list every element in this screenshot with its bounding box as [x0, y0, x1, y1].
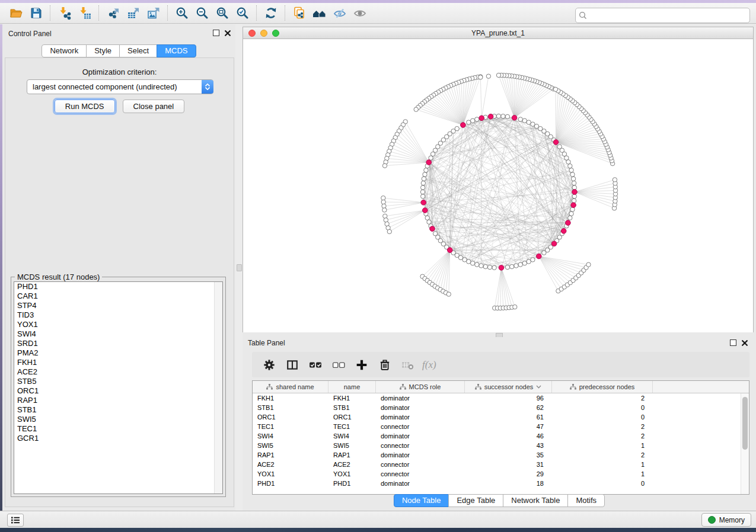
cell-mcds-role[interactable]: connector — [376, 469, 465, 479]
first-neighbors-button[interactable] — [310, 4, 330, 22]
close-panel-button[interactable]: Close panel — [123, 100, 185, 113]
deselect-all-button[interactable] — [330, 356, 347, 374]
close-panel-icon[interactable] — [742, 340, 748, 346]
cell-mcds-role[interactable]: dominator — [376, 412, 465, 422]
table-row[interactable]: ORC1ORC1dominator610 — [253, 412, 749, 422]
float-panel-icon[interactable] — [730, 339, 736, 346]
cell-predecessor-nodes[interactable]: 1 — [552, 469, 653, 479]
cell-successor-nodes[interactable]: 61 — [465, 412, 552, 422]
show-columns-button[interactable] — [283, 356, 301, 374]
mcds-result-item[interactable]: RAP1 — [14, 396, 222, 405]
table-row[interactable]: SWI5SWI5connector431 — [253, 441, 749, 450]
function-builder-icon[interactable]: f(x) — [422, 359, 436, 371]
column-header-predecessor-nodes[interactable]: predecessor nodes — [552, 381, 653, 393]
cell-name[interactable]: STB1 — [328, 403, 376, 412]
mcds-result-item[interactable]: FKH1 — [14, 358, 222, 367]
optimization-criterion-select[interactable]: largest connected component (undirected) — [27, 79, 213, 94]
mcds-result-item[interactable]: ORC1 — [14, 386, 222, 396]
cell-mcds-role[interactable]: dominator — [376, 403, 465, 412]
import-network-button[interactable] — [55, 4, 75, 22]
table-row[interactable]: SWI4SWI4dominator462 — [253, 431, 749, 441]
cell-successor-nodes[interactable]: 47 — [465, 422, 552, 431]
close-panel-icon[interactable] — [225, 30, 231, 36]
column-header-name[interactable]: name — [328, 381, 376, 393]
table-settings-button[interactable] — [260, 356, 278, 374]
tab-network-table[interactable]: Network Table — [503, 494, 568, 507]
table-row[interactable]: YOX1YOX1connector291 — [253, 469, 749, 479]
cell-shared-name[interactable]: STB1 — [253, 403, 328, 412]
cell-successor-nodes[interactable]: 31 — [465, 460, 552, 469]
cell-shared-name[interactable]: SWI4 — [253, 431, 328, 441]
import-table-button[interactable] — [75, 4, 95, 22]
mcds-result-item[interactable]: SRD1 — [14, 339, 222, 348]
cell-shared-name[interactable]: YOX1 — [253, 469, 328, 479]
table-row[interactable]: FKH1FKH1dominator962 — [253, 393, 749, 403]
cell-successor-nodes[interactable]: 96 — [465, 393, 552, 403]
table-scrollbar[interactable] — [741, 393, 749, 494]
tab-edge-table[interactable]: Edge Table — [448, 494, 503, 507]
cell-predecessor-nodes[interactable]: 2 — [552, 422, 653, 431]
cell-name[interactable]: ACE2 — [328, 460, 376, 469]
delete-column-button[interactable] — [376, 356, 394, 374]
add-column-button[interactable] — [353, 356, 371, 374]
network-window-titlebar[interactable]: YPA_prune.txt_1 — [243, 27, 753, 39]
tab-select[interactable]: Select — [119, 44, 157, 57]
mcds-result-item[interactable]: PMA2 — [14, 348, 222, 358]
new-network-from-selection-button[interactable] — [289, 4, 310, 22]
delete-table-button[interactable] — [399, 356, 417, 374]
column-header-successor-nodes[interactable]: successor nodes — [465, 381, 552, 393]
mcds-result-item[interactable]: CAR1 — [14, 291, 222, 301]
cell-successor-nodes[interactable]: 46 — [465, 431, 552, 441]
cell-name[interactable]: FKH1 — [328, 393, 376, 403]
table-row[interactable]: STB1STB1dominator620 — [253, 403, 749, 412]
cell-mcds-role[interactable]: connector — [376, 460, 465, 469]
column-header-mcds-role[interactable]: MCDS role — [376, 381, 465, 393]
cell-name[interactable]: SWI5 — [328, 441, 376, 450]
tab-node-table[interactable]: Node Table — [394, 494, 449, 507]
splitter-handle[interactable] — [237, 264, 242, 271]
cell-successor-nodes[interactable]: 18 — [465, 479, 552, 488]
cell-name[interactable]: ORC1 — [328, 412, 376, 422]
cell-successor-nodes[interactable]: 43 — [465, 441, 552, 450]
select-all-button[interactable] — [307, 356, 324, 374]
network-canvas[interactable] — [243, 39, 753, 334]
table-row[interactable]: ACE2ACE2connector311 — [253, 460, 749, 469]
export-image-button[interactable] — [143, 4, 164, 22]
memory-button[interactable]: Memory — [701, 513, 751, 527]
column-header-shared-name[interactable]: shared name — [253, 381, 328, 393]
cell-shared-name[interactable]: RAP1 — [253, 450, 328, 460]
show-all-button[interactable] — [350, 4, 370, 22]
zoom-selected-button[interactable] — [232, 4, 253, 22]
search-input[interactable] — [590, 9, 749, 21]
zoom-fit-button[interactable] — [212, 4, 232, 22]
cell-mcds-role[interactable]: connector — [376, 441, 465, 450]
mcds-result-item[interactable]: GCR1 — [14, 434, 222, 443]
mcds-result-item[interactable]: TEC1 — [14, 424, 222, 434]
cell-predecessor-nodes[interactable]: 0 — [552, 412, 653, 422]
cell-shared-name[interactable]: PHD1 — [253, 479, 328, 488]
mcds-result-item[interactable]: STP4 — [14, 301, 222, 310]
horizontal-splitter[interactable] — [243, 332, 756, 337]
table-row[interactable]: TEC1TEC1connector472 — [253, 422, 749, 431]
cell-shared-name[interactable]: SWI5 — [253, 441, 328, 450]
cell-shared-name[interactable]: ORC1 — [253, 412, 328, 422]
tab-style[interactable]: Style — [86, 44, 120, 57]
mcds-result-item[interactable]: STB1 — [14, 405, 222, 415]
open-file-button[interactable] — [6, 4, 26, 22]
mcds-result-item[interactable]: SWI4 — [14, 329, 222, 339]
cell-mcds-role[interactable]: dominator — [376, 479, 465, 488]
cell-mcds-role[interactable]: dominator — [376, 450, 465, 460]
mcds-list-scrollbar[interactable] — [214, 282, 222, 493]
cell-shared-name[interactable]: ACE2 — [253, 460, 328, 469]
mcds-result-list[interactable]: PHD1CAR1STP4TID3YOX1SWI4SRD1PMA2FKH1ACE2… — [14, 281, 223, 494]
cell-shared-name[interactable]: TEC1 — [253, 422, 328, 431]
run-mcds-button[interactable]: Run MCDS — [55, 100, 115, 113]
scrollbar-thumb[interactable] — [742, 397, 748, 450]
cell-predecessor-nodes[interactable]: 2 — [552, 450, 653, 460]
save-session-button[interactable] — [26, 4, 46, 22]
cell-predecessor-nodes[interactable]: 1 — [552, 460, 653, 469]
zoom-out-button[interactable] — [192, 4, 212, 22]
cell-name[interactable]: SWI4 — [328, 431, 376, 441]
cell-predecessor-nodes[interactable]: 0 — [552, 403, 653, 412]
cell-predecessor-nodes[interactable]: 0 — [552, 479, 653, 488]
